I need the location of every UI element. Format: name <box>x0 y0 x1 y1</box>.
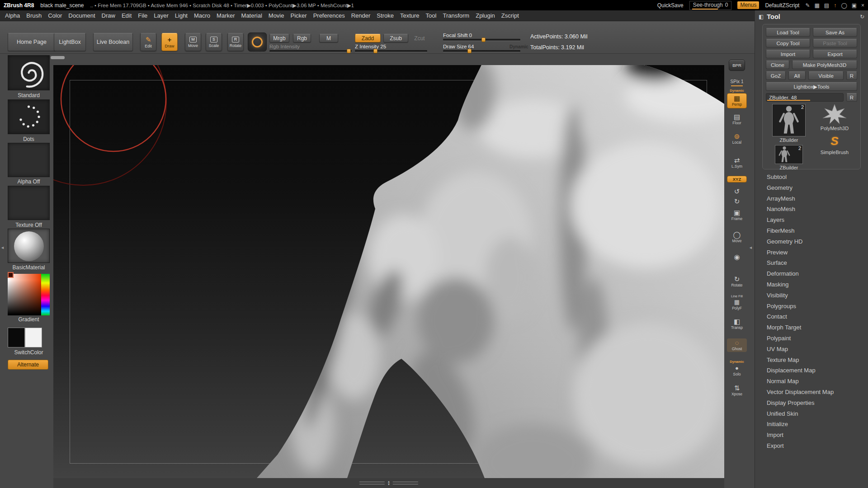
bpr-render-button[interactable]: BPR <box>729 60 745 71</box>
tool-subpalette-item[interactable]: Import <box>755 430 868 441</box>
floor-button[interactable]: ▤ Floor <box>727 113 747 125</box>
menu-item[interactable]: Zplugin <box>472 12 498 19</box>
menu-item[interactable]: File <box>135 12 151 19</box>
draw-size-slider[interactable]: Draw Size 64 <box>443 44 520 54</box>
z-intensity-handle[interactable] <box>373 49 377 53</box>
local-button[interactable]: ⊚ L.Sym Local <box>727 133 747 145</box>
alpha-picker[interactable] <box>8 143 50 177</box>
tool-subpalette-item[interactable]: Unified Skin <box>755 408 868 419</box>
palette-tray-icon[interactable]: ◧ <box>759 14 764 20</box>
hue-strip[interactable] <box>41 274 50 315</box>
tool-subpalette-item[interactable]: Deformation <box>755 268 868 279</box>
tool-subpalette-item[interactable]: Display Properties <box>755 398 868 408</box>
export-button[interactable]: Export <box>813 50 857 58</box>
canvas-scroll-handle[interactable]: ▲▼ <box>359 480 418 485</box>
lightbox-tools-button[interactable]: Lightbox▶Tools <box>766 82 857 91</box>
zbuilder-slider[interactable]: ZBuilder. 48 <box>766 93 844 102</box>
clone-button[interactable]: Clone <box>766 61 789 69</box>
ghost-button[interactable]: ◌ Ghost <box>727 338 747 352</box>
tool-subpalette-item[interactable]: Geometry <box>755 183 868 193</box>
menu-item[interactable]: Color <box>45 12 65 19</box>
tool-subpalette-item[interactable]: Texture Map <box>755 355 868 366</box>
menu-item[interactable]: Draw <box>99 12 118 19</box>
zcut-button[interactable]: Zcut <box>411 34 428 42</box>
menu-item[interactable]: Picker <box>288 12 310 19</box>
polymesh3d-tool-thumbnail[interactable] <box>820 104 849 125</box>
dynamic-mode-label[interactable]: Dynamic <box>509 44 528 49</box>
all-button[interactable]: All <box>788 71 806 80</box>
tool-subpalette-item[interactable]: Initialize <box>755 419 868 430</box>
menu-item[interactable]: Document <box>65 12 98 19</box>
color-picker[interactable] <box>8 274 50 315</box>
tool-subpalette-item[interactable]: Layers <box>755 215 868 225</box>
tool-subpalette-item[interactable]: Polypaint <box>755 333 868 344</box>
tool-subpalette-item[interactable]: Subtool <box>755 172 868 183</box>
menu-item[interactable]: Edit <box>118 12 135 19</box>
sidebar-resize-handle[interactable] <box>51 56 65 59</box>
rgb-intensity-handle[interactable] <box>347 49 351 53</box>
secondary-color-swatch[interactable] <box>25 328 42 347</box>
rgb-button[interactable]: Rgb <box>293 34 311 42</box>
menu-item[interactable]: Render <box>348 12 374 19</box>
pen-icon[interactable]: ✎ <box>805 2 810 9</box>
persp-button[interactable]: ▦ Persp <box>727 93 747 108</box>
close-icon[interactable]: × <box>861 2 864 9</box>
menu-item[interactable]: Texture <box>397 12 423 19</box>
zsub-button[interactable]: Zsub <box>383 34 408 42</box>
xyz-button[interactable]: XYZ <box>727 176 747 183</box>
rotate-canvas-button[interactable]: ↻ Rotate <box>727 276 747 287</box>
texture-picker[interactable] <box>8 186 50 220</box>
tool-subpalette-item[interactable]: Geometry HD <box>755 236 868 247</box>
move-canvas-button[interactable]: ◯ Move <box>727 231 747 243</box>
make-polymesh3d-button[interactable]: Make PolyMesh3D <box>792 61 857 69</box>
tool-subpalette-item[interactable]: Surface <box>755 258 868 268</box>
menu-item[interactable]: Brush <box>23 12 45 19</box>
tool-subpalette-item[interactable]: Polygroups <box>755 301 868 312</box>
current-brush-preview[interactable] <box>248 33 267 52</box>
draw-size-handle[interactable] <box>467 49 472 53</box>
active-tool-thumbnail-zbuilder[interactable]: 2 <box>772 104 806 136</box>
frame-button[interactable]: ▣ Frame <box>727 209 747 221</box>
tool-subpalette-item[interactable]: UV Map <box>755 344 868 355</box>
goz-r-button[interactable]: R <box>846 71 857 80</box>
lightbox-button[interactable]: LightBox <box>54 33 86 51</box>
visible-button[interactable]: Visible <box>808 71 844 80</box>
load-tool-button[interactable]: Load Tool <box>766 28 810 37</box>
zoom3d-button[interactable]: ◉ <box>727 253 747 261</box>
rotate-cw-button[interactable]: ↻ <box>727 198 747 205</box>
default-zscript-button[interactable]: DefaultZScript <box>765 2 799 9</box>
menu-item[interactable]: Movie <box>265 12 288 19</box>
tool-subpalette-item[interactable]: Normal Map <box>755 376 868 387</box>
brush-picker-standard[interactable] <box>8 55 50 90</box>
tool-subpalette-item[interactable]: ArrayMesh <box>755 193 868 204</box>
left-tray-collapse-arrow[interactable]: ◄ <box>0 245 5 250</box>
upgrade-arrow-icon[interactable]: ↑ <box>834 2 836 9</box>
rotate-button[interactable]: R Rotate <box>227 33 244 51</box>
tool-subpalette-item[interactable]: Export <box>755 441 868 451</box>
simplebrush-tool-thumbnail[interactable]: S <box>826 133 844 149</box>
zadd-button[interactable]: Zadd <box>355 34 381 42</box>
menu-item[interactable]: Layer <box>151 12 172 19</box>
goz-button[interactable]: GoZ <box>766 71 786 80</box>
tool-subpalette-item[interactable]: Vector Displacement Map <box>755 387 868 398</box>
edit-button[interactable]: ✎ Edit <box>140 33 156 51</box>
material-picker[interactable] <box>8 229 50 263</box>
tool-subpalette-item[interactable]: Masking <box>755 279 868 290</box>
tool-subpalette-item[interactable]: Morph Target <box>755 322 868 333</box>
menu-item[interactable]: Marker <box>213 12 238 19</box>
right-tray-collapse-arrow[interactable]: ◄ <box>749 245 753 250</box>
rotate-ccw-button[interactable]: ↺ <box>727 188 747 195</box>
tool-subpalette-item[interactable]: Preview <box>755 247 868 258</box>
menus-button[interactable]: Menus <box>737 1 759 9</box>
focal-shift-slider[interactable]: Focal Shift 0 <box>443 33 520 42</box>
window-icon[interactable]: ▣ <box>852 2 857 9</box>
saturation-value-square[interactable] <box>8 274 41 315</box>
recent-tool-thumbnail-zbuilder[interactable]: 2 <box>775 145 803 164</box>
menu-item[interactable]: Tool <box>423 12 440 19</box>
menu-item[interactable]: Macro <box>191 12 213 19</box>
m-button[interactable]: M <box>319 34 338 42</box>
lsym-button[interactable]: ⇄ L.Sym <box>727 157 747 169</box>
menu-item[interactable]: Transform <box>439 12 472 19</box>
circle-icon[interactable]: ◯ <box>841 2 847 9</box>
see-through-slider[interactable]: See-through 0 <box>689 1 732 10</box>
